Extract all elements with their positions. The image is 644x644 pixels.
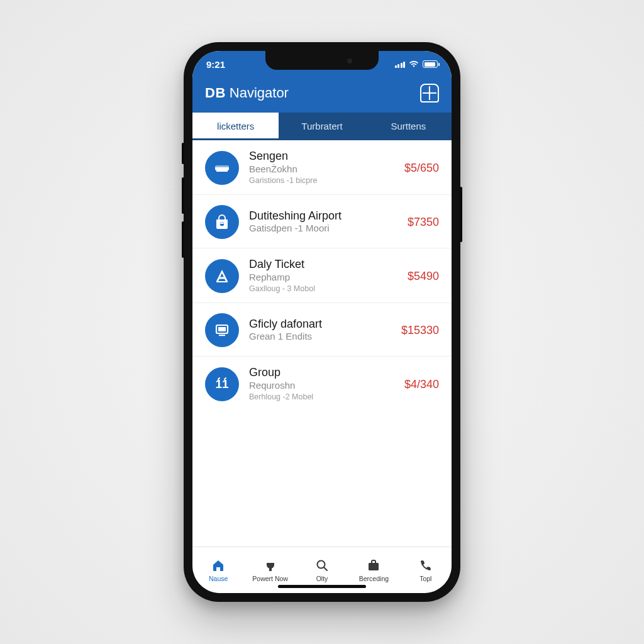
item-subtitle: Rephamp <box>249 272 397 283</box>
nav-label: Nause <box>209 575 228 582</box>
item-title: Gficly dafonart <box>249 318 391 331</box>
item-price: $15330 <box>401 324 439 337</box>
app-brand: DB Navigator <box>205 85 289 101</box>
app-header: DB Navigator <box>192 77 452 113</box>
item-detail: Garistions -1 bicpre <box>249 175 394 186</box>
search-icon <box>314 558 330 573</box>
tab-label: Turbratert <box>301 121 342 131</box>
screen: 9:21 DB Navigator licketters Turbratert … <box>192 51 452 593</box>
item-detail: Gaxlloug - 3 Mobol <box>249 284 397 294</box>
nav-label: Topl <box>419 575 431 582</box>
mute-switch <box>182 143 184 164</box>
briefcase-icon <box>366 558 381 573</box>
volume-up <box>182 177 184 214</box>
volume-down <box>182 221 184 258</box>
cellular-icon <box>395 60 406 68</box>
monitor-icon <box>205 313 239 347</box>
ticket-list: Sengen BeenŻokhn Garistions -1 bicpre $5… <box>192 140 452 547</box>
phone-frame: 9:21 DB Navigator licketters Turbratert … <box>184 42 460 602</box>
brand-logo: DB <box>205 85 226 101</box>
status-time: 9:21 <box>206 59 244 70</box>
tab-label: licketters <box>217 121 254 131</box>
wifi-icon <box>409 59 419 70</box>
svg-rect-2 <box>216 170 228 172</box>
item-title: Dutiteshing Airport <box>249 210 397 223</box>
svg-rect-1 <box>215 165 229 167</box>
tab-surttens[interactable]: Surttens <box>365 113 452 140</box>
app-title: Navigator <box>230 85 289 101</box>
list-item[interactable]: Sengen BeenŻokhn Garistions -1 bicpre $5… <box>192 140 452 195</box>
item-title: Sengen <box>249 150 394 163</box>
item-title: Group <box>249 367 394 379</box>
item-price: $5490 <box>408 270 439 283</box>
nav-label: Powert Now <box>252 575 288 582</box>
item-price: $5/650 <box>404 162 439 175</box>
svg-rect-5 <box>218 327 226 331</box>
home-icon <box>211 558 226 573</box>
tab-turbratert[interactable]: Turbratert <box>279 113 365 140</box>
nav-label: Berceding <box>359 575 389 582</box>
battery-icon <box>423 60 438 68</box>
tab-bar: licketters Turbratert Surttens <box>192 113 452 140</box>
train-icon <box>205 151 239 185</box>
tab-label: Surttens <box>391 121 426 131</box>
nav-home[interactable]: Nause <box>192 547 244 593</box>
tab-tickets[interactable]: licketters <box>192 113 279 140</box>
plug-icon <box>263 558 278 573</box>
list-item[interactable]: Daly Ticket Rephamp Gaxlloug - 3 Mobol $… <box>192 248 452 303</box>
item-subtitle: Requroshn <box>249 380 394 391</box>
notch <box>265 51 379 70</box>
nav-label: Olty <box>316 575 328 582</box>
item-detail: Berhloug -2 Mobel <box>249 392 394 402</box>
item-subtitle: Gatisdpen -1 Moori <box>249 223 397 234</box>
phone-icon <box>418 558 433 573</box>
item-price: $4/340 <box>404 378 439 391</box>
svg-text:11: 11 <box>215 377 229 391</box>
power-button <box>460 187 462 242</box>
home-indicator[interactable] <box>278 585 366 588</box>
list-item[interactable]: 11 Group Requroshn Berhloug -2 Mobel $4/… <box>192 357 452 411</box>
nav-phone[interactable]: Topl <box>400 547 452 593</box>
number-11-icon: 11 <box>205 367 239 401</box>
item-title: Daly Ticket <box>249 258 397 271</box>
list-item[interactable]: Dutiteshing Airport Gatisdpen -1 Moori $… <box>192 195 452 248</box>
bag-icon <box>205 205 239 239</box>
item-price: $7350 <box>408 216 439 229</box>
window-icon[interactable] <box>420 84 439 103</box>
item-subtitle: Grean 1 Endits <box>249 331 391 342</box>
svg-rect-6 <box>219 335 225 336</box>
letter-a-icon <box>205 259 239 293</box>
item-subtitle: BeenŻokhn <box>249 164 394 175</box>
list-item[interactable]: Gficly dafonart Grean 1 Endits $15330 <box>192 303 452 357</box>
svg-rect-9 <box>369 563 379 570</box>
